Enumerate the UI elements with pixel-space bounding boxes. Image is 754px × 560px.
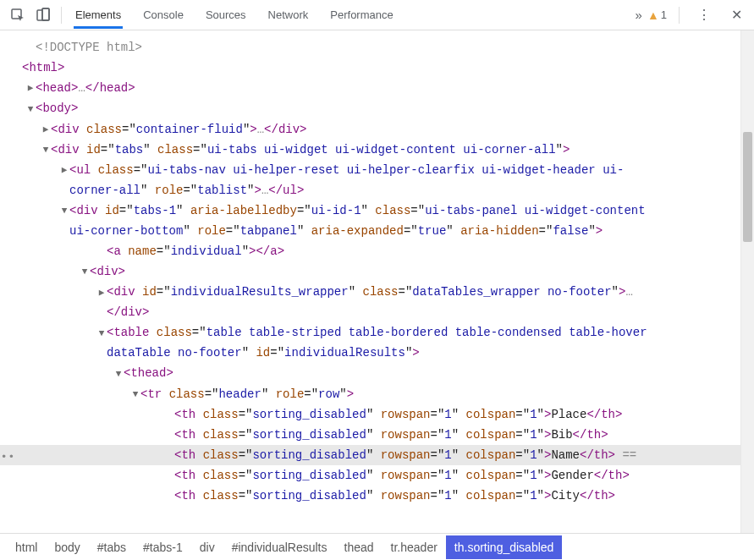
dom-node[interactable]: ▼<div id="tabs-1" aria-labelledby="ui-id… bbox=[12, 200, 740, 241]
breadcrumb-item[interactable]: #tabs bbox=[89, 535, 135, 559]
expand-arrow[interactable]: ▼ bbox=[96, 323, 107, 343]
dom-node[interactable]: •••<th class="sorting_disabled" rowspan=… bbox=[0, 445, 742, 465]
dom-node[interactable]: <a name="individual"></a> bbox=[12, 241, 740, 261]
tab-network[interactable]: Network bbox=[267, 2, 311, 29]
tab-sources[interactable]: Sources bbox=[204, 2, 248, 29]
dom-node[interactable]: ▼<table class="table table-striped table… bbox=[12, 322, 740, 363]
breadcrumb-item[interactable]: #tabs-1 bbox=[135, 535, 191, 559]
breadcrumb: htmlbody#tabs#tabs-1div#individualResult… bbox=[0, 533, 754, 560]
expand-arrow[interactable]: ▼ bbox=[25, 99, 36, 119]
toolbar-divider bbox=[679, 7, 680, 24]
dom-node[interactable]: ▼<div> bbox=[12, 261, 740, 282]
dom-node[interactable]: ▶<head>…</head> bbox=[12, 78, 740, 98]
expand-arrow[interactable]: ▶ bbox=[41, 119, 51, 140]
warning-count: 1 bbox=[661, 8, 667, 21]
expand-arrow[interactable]: ▼ bbox=[130, 384, 140, 404]
expand-arrow[interactable]: ▼ bbox=[41, 140, 51, 160]
devtools-toolbar: ElementsConsoleSourcesNetworkPerformance… bbox=[0, 0, 754, 30]
more-tabs-button[interactable]: » bbox=[630, 8, 647, 22]
breadcrumb-item[interactable]: div bbox=[191, 535, 223, 559]
svg-rect-2 bbox=[42, 8, 49, 20]
warning-icon: ▲ bbox=[647, 8, 659, 22]
toolbar-divider bbox=[61, 7, 62, 24]
expand-arrow[interactable]: ▼ bbox=[59, 200, 69, 221]
dom-node[interactable]: <th class="sorting_disabled" rowspan="1"… bbox=[12, 465, 740, 486]
expand-arrow[interactable]: ▼ bbox=[80, 261, 90, 282]
close-icon[interactable]: ✕ bbox=[724, 3, 749, 27]
elements-panel: <!DOCTYPE html><html>▶<head>…</head>▼<bo… bbox=[0, 30, 754, 533]
breadcrumb-item[interactable]: body bbox=[46, 535, 88, 559]
dom-node[interactable]: <!DOCTYPE html> bbox=[12, 37, 740, 58]
device-toggle-icon[interactable] bbox=[30, 3, 56, 27]
inspect-element-icon[interactable] bbox=[5, 3, 30, 27]
tab-console[interactable]: Console bbox=[141, 2, 185, 29]
dom-node[interactable]: ▼<tr class="header" role="row"> bbox=[12, 384, 740, 404]
dom-tree[interactable]: <!DOCTYPE html><html>▶<head>…</head>▼<bo… bbox=[0, 30, 740, 506]
selected-node-marker: ••• bbox=[0, 451, 19, 464]
dom-node[interactable]: ▶<div class="container-fluid">…</div> bbox=[12, 119, 740, 140]
expand-arrow[interactable]: ▼ bbox=[113, 364, 124, 384]
dom-node[interactable]: ▼<body> bbox=[12, 98, 740, 118]
expand-arrow[interactable]: ▶ bbox=[59, 160, 69, 180]
breadcrumb-item[interactable]: tr.header bbox=[383, 535, 446, 559]
expand-arrow[interactable]: ▶ bbox=[25, 78, 36, 98]
panel-tabs: ElementsConsoleSourcesNetworkPerformance bbox=[74, 2, 630, 29]
warnings-button[interactable]: ▲ 1 bbox=[647, 8, 667, 22]
expand-arrow[interactable]: ▶ bbox=[96, 283, 107, 303]
dom-node[interactable]: ▶<div id="individualResults_wrapper" cla… bbox=[12, 282, 740, 322]
tab-elements[interactable]: Elements bbox=[74, 2, 123, 29]
tab-performance[interactable]: Performance bbox=[328, 2, 394, 29]
dom-node[interactable]: <th class="sorting_disabled" rowspan="1"… bbox=[12, 404, 740, 425]
dom-node[interactable]: ▼<div id="tabs" class="ui-tabs ui-widget… bbox=[12, 140, 740, 160]
settings-menu-icon[interactable]: ⋮ bbox=[691, 3, 717, 27]
breadcrumb-item[interactable]: thead bbox=[336, 535, 383, 559]
dom-node[interactable]: <th class="sorting_disabled" rowspan="1"… bbox=[12, 486, 740, 506]
scroll-thumb[interactable] bbox=[743, 132, 752, 242]
dom-node[interactable]: ▶<ul class="ui-tabs-nav ui-helper-reset … bbox=[12, 160, 740, 200]
breadcrumb-item[interactable]: #individualResults bbox=[223, 535, 336, 559]
dom-node[interactable]: <th class="sorting_disabled" rowspan="1"… bbox=[12, 425, 740, 445]
breadcrumb-item[interactable]: html bbox=[7, 535, 46, 559]
breadcrumb-item[interactable]: th.sorting_disabled bbox=[446, 535, 563, 559]
dom-node[interactable]: ▼<thead> bbox=[12, 363, 740, 383]
vertical-scrollbar[interactable] bbox=[740, 30, 754, 533]
toolbar-right: ▲ 1 ⋮ ✕ bbox=[647, 3, 749, 27]
dom-node[interactable]: <html> bbox=[12, 58, 740, 78]
